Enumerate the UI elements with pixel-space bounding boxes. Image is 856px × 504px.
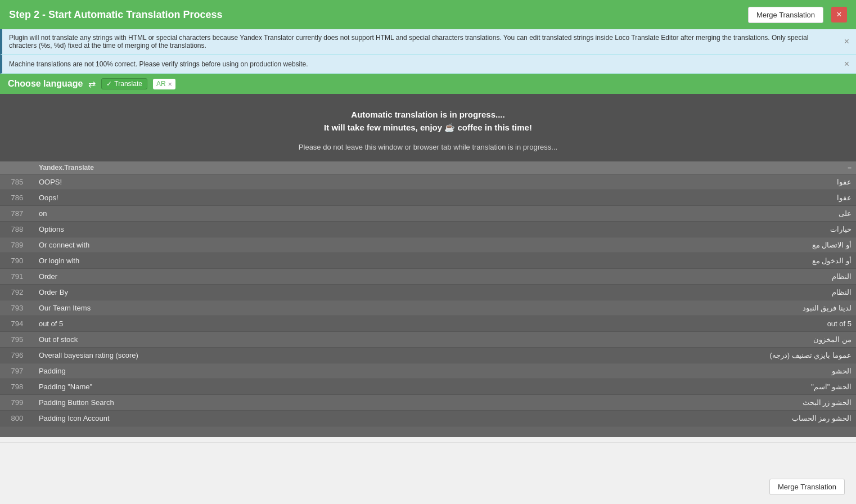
row-translation: النظام (445, 285, 856, 300)
row-number: 796 (0, 348, 34, 363)
progress-overlay: Automatic translation is in progress....… (0, 94, 856, 161)
row-source: Oops! (34, 190, 445, 206)
row-number: 800 (0, 411, 34, 426)
row-source: Our Team Items (34, 300, 445, 316)
table-row: 790Or login withأو الدخول مع (0, 253, 856, 269)
choose-language-bar: Choose language ⇄ ✓ Translate AR × (0, 74, 856, 94)
ar-lang-tag: AR × (153, 79, 175, 89)
row-translation: عفوا (445, 190, 856, 206)
row-number: 786 (0, 190, 34, 206)
translate-label: Translate (114, 80, 142, 88)
table-row: 793Our Team Itemsلدينا فريق النبود (0, 300, 856, 316)
row-source: OOPS! (34, 174, 445, 190)
row-source: Padding (34, 363, 445, 379)
row-number: 793 (0, 300, 34, 316)
table-row: 799Padding Button Searchالحشو زر البحث (0, 395, 856, 411)
table-row: 787onعلى (0, 206, 856, 222)
header: Step 2 - Start Automatic Translation Pro… (0, 0, 856, 29)
row-number: 791 (0, 269, 34, 285)
row-translation: الحشو (445, 363, 856, 379)
table-row: 798Padding "Name"الحشو "اسم" (0, 379, 856, 395)
row-source: Padding "Name" (34, 379, 445, 395)
row-translation: على (445, 206, 856, 222)
row-translation: أو الدخول مع (445, 253, 856, 269)
row-translation: من المخزون (445, 332, 856, 348)
col-header-translation: – (445, 161, 856, 174)
table-row: 800Padding Icon Accountالحشو رمز الحساب (0, 411, 856, 426)
notice-accuracy-warning-close[interactable]: × (844, 60, 849, 69)
page-title: Step 2 - Start Automatic Translation Pro… (9, 9, 222, 21)
table-row: 785OOPS!عفوا (0, 174, 856, 190)
progress-line1: Automatic translation is in progress.... (0, 110, 856, 119)
translation-table-container: Yandex.Translate – 785OOPS!عفوا786Oops!ع… (0, 161, 856, 437)
row-source: Padding Button Search (34, 395, 445, 411)
row-number: 787 (0, 206, 34, 222)
checkmark-icon: ✓ (106, 80, 112, 88)
col-header-source: Yandex.Translate (34, 161, 445, 174)
row-number: 794 (0, 316, 34, 332)
row-number: 792 (0, 285, 34, 300)
table-row: 794out of 5out of 5 (0, 316, 856, 332)
row-source: Out of stock (34, 332, 445, 348)
row-translation: الحشو رمز الحساب (445, 411, 856, 426)
row-source: Order By (34, 285, 445, 300)
language-switch-icon: ⇄ (88, 79, 96, 89)
row-number: 789 (0, 237, 34, 253)
table-header-row: Yandex.Translate – (0, 161, 856, 174)
row-number: 799 (0, 395, 34, 411)
row-number: 785 (0, 174, 34, 190)
row-number: 788 (0, 222, 34, 237)
notice-html-warning: Plugin will not translate any strings wi… (0, 29, 856, 55)
row-number: 790 (0, 253, 34, 269)
notice-html-warning-close[interactable]: × (844, 37, 849, 46)
main-content: Choose language ⇄ ✓ Translate AR × Autom… (0, 74, 856, 437)
table-row: 789Or connect withأو الاتصال مع (0, 237, 856, 253)
translation-table: Yandex.Translate – 785OOPS!عفوا786Oops!ع… (0, 161, 856, 426)
row-source: Padding Icon Account (34, 411, 445, 426)
row-translation: أو الاتصال مع (445, 237, 856, 253)
row-translation: الحشو "اسم" (445, 379, 856, 395)
row-source: out of 5 (34, 316, 445, 332)
merge-translation-button-bottom[interactable]: Merge Translation (769, 479, 845, 495)
close-button[interactable]: × (831, 7, 847, 22)
row-source: Or login with (34, 253, 445, 269)
row-translation: لدينا فريق النبود (445, 300, 856, 316)
notice-accuracy-warning-text: Machine translations are not 100% correc… (9, 60, 308, 68)
row-translation: الحشو زر البحث (445, 395, 856, 411)
footer: Merge Translation (0, 442, 856, 504)
row-source: Order (34, 269, 445, 285)
table-row: 795Out of stockمن المخزون (0, 332, 856, 348)
col-header-num (0, 161, 34, 174)
row-translation: عفوا (445, 174, 856, 190)
row-number: 797 (0, 363, 34, 379)
notice-accuracy-warning: Machine translations are not 100% correc… (0, 55, 856, 74)
row-source: Overall bayesian rating (score) (34, 348, 445, 363)
ar-lang-code: AR (156, 80, 166, 88)
table-row: 797Paddingالحشو (0, 363, 856, 379)
progress-line2: It will take few minutes, enjoy ☕ coffee… (0, 123, 856, 133)
translate-tag[interactable]: ✓ Translate (101, 78, 147, 89)
row-number: 795 (0, 332, 34, 348)
row-source: Options (34, 222, 445, 237)
row-source: on (34, 206, 445, 222)
row-translation: النظام (445, 269, 856, 285)
notice-html-warning-text: Plugin will not translate any strings wi… (9, 34, 837, 50)
row-number: 798 (0, 379, 34, 395)
row-translation: خيارات (445, 222, 856, 237)
ar-lang-remove-icon[interactable]: × (168, 80, 173, 88)
row-translation: عموما بايزي تصنيف (درجه) (445, 348, 856, 363)
row-source: Or connect with (34, 237, 445, 253)
table-row: 788Optionsخيارات (0, 222, 856, 237)
table-row: 796Overall bayesian rating (score)عموما … (0, 348, 856, 363)
progress-line3: Please do not leave this window or brows… (0, 143, 856, 151)
table-row: 792Order Byالنظام (0, 285, 856, 300)
table-row: 786Oops!عفوا (0, 190, 856, 206)
table-row: 791Orderالنظام (0, 269, 856, 285)
header-actions: Merge Translation × (748, 7, 847, 23)
choose-language-title: Choose language (8, 79, 83, 89)
merge-translation-button-top[interactable]: Merge Translation (748, 7, 823, 23)
row-translation: out of 5 (445, 316, 856, 332)
